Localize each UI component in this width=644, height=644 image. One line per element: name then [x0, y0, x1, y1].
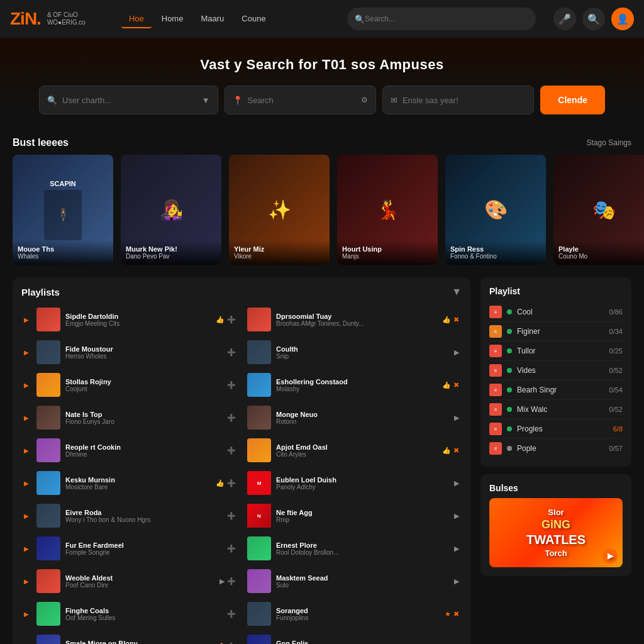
expand-icon: ▶ — [24, 480, 29, 487]
add-icon[interactable]: ➕ — [227, 316, 236, 324]
featured-card-1[interactable]: 👩‍🎤 Muurk New Pik! Dano Pevo Pav — [121, 155, 221, 265]
add-icon[interactable]: ➕ — [227, 348, 236, 357]
list-item[interactable]: ▶ Kesku Murnsin Mosictore Bare 👍 ➕ — [21, 469, 238, 497]
add-icon[interactable]: ➕ — [227, 414, 236, 422]
list-item[interactable]: Masktem Seead Sulo ▶ — [245, 567, 462, 596]
nav-link-hoe[interactable]: Hoe — [121, 10, 152, 28]
user-search-input[interactable] — [62, 96, 197, 105]
play-icon[interactable]: ▶ — [219, 577, 225, 586]
nav-link-maaru[interactable]: Maaru — [193, 10, 231, 28]
list-item[interactable]: ▶ Fur Ene Fardmeel Fomple Songrie ➕ — [21, 534, 238, 563]
banner-text-1: Slor — [548, 508, 564, 517]
list-item[interactable]: Dprsoomial Tuay Broohas AMgr Tonines, Du… — [245, 305, 462, 334]
rp-item-figiner[interactable]: ≡ Figiner 0/34 — [489, 322, 623, 341]
rp-item-mix[interactable]: ≡ Mix Walc 0/52 — [489, 400, 623, 419]
playlist-info: Stollas Rojiny Coojunt — [65, 378, 222, 392]
like-icon[interactable]: 👍 — [216, 479, 225, 487]
featured-action[interactable]: Stago Saings — [587, 138, 631, 147]
list-item[interactable]: Apjot Emd Oasl Cito Aryles 👍 ✖ — [245, 436, 462, 465]
playlist-thumb: N — [247, 504, 271, 528]
playlists-chevron[interactable]: ▼ — [452, 286, 462, 297]
featured-card-3[interactable]: 💃 Hourt Usinp Manjs — [337, 155, 438, 265]
playlist-meta: Oof Mering Sulles — [65, 614, 222, 621]
remove-icon[interactable]: ✖ — [453, 316, 459, 324]
profile-button[interactable]: 👤 — [611, 8, 634, 30]
remove-icon[interactable]: ✖ — [453, 447, 459, 455]
play-icon[interactable]: ▶ — [454, 479, 459, 487]
like-icon[interactable]: 👍 — [442, 316, 451, 324]
featured-card-0[interactable]: SCAPIN 🕴 Mouoe Ths Whales — [13, 155, 113, 265]
banner-image[interactable]: Slor GiNG TWATLES Torch ▶ — [489, 498, 623, 567]
play-icon[interactable]: ▶ — [454, 512, 459, 520]
list-item[interactable]: ▶ Eivre Roda Wony i Tho bon & Nuono Hgrs… — [21, 501, 238, 530]
list-item[interactable]: ▶ Sipdle Dartoldin Emgjo Meeling Cits 👍 … — [21, 305, 238, 334]
list-item[interactable]: ▶ Nate Is Top Fiono Eunys Jaro ➕ — [21, 403, 238, 432]
playlist-info: Eivre Roda Wony i Tho bon & Nuono Hgrs — [65, 509, 222, 523]
email-search-field[interactable]: ✉ — [382, 86, 534, 114]
settings-icon[interactable]: ⚙ — [361, 96, 368, 104]
list-item[interactable]: ▶ Weoble Aldest Poof Cano Dinr ▶ ➕ — [21, 567, 238, 596]
search-submit-button[interactable]: Clende — [540, 86, 605, 114]
playlist-name: Dprsoomial Tuay — [276, 313, 437, 320]
add-icon[interactable]: ➕ — [227, 381, 236, 389]
user-search-field[interactable]: 🔍 ▼ — [39, 86, 218, 114]
playlist-name: Finghe Coals — [65, 607, 222, 614]
navbar-search[interactable]: 🔍 — [347, 8, 536, 30]
featured-card-4[interactable]: 🎨 Spin Ress Fonno & Fontino — [445, 155, 546, 265]
rp-item-pople[interactable]: ≡ Pople 0/57 — [489, 439, 623, 458]
list-item[interactable]: N Ne ftie Agg Rmp ▶ — [245, 501, 462, 530]
list-item[interactable]: Eshollering Constaod Molashy 👍 ✖ — [245, 370, 462, 399]
play-icon[interactable]: ▶ — [454, 545, 459, 553]
remove-icon[interactable]: ✖ — [453, 610, 459, 618]
navbar-search-input[interactable] — [365, 14, 528, 23]
nav-link-coune[interactable]: Coune — [234, 10, 273, 28]
list-item[interactable]: ▶ Reople rt Cookin Dhmine ➕ — [21, 436, 238, 465]
email-search-input[interactable] — [402, 96, 526, 105]
dropdown-icon[interactable]: ▼ — [202, 96, 210, 105]
playlist-info: Fide Moustour Hernio Wholes — [65, 345, 222, 360]
list-item[interactable]: Ernest Plore Rool Dotoloy Brollon... ▶ — [245, 534, 462, 563]
rp-item-tullor[interactable]: ≡ Tullor 0/25 — [489, 341, 623, 361]
remove-icon[interactable]: ✖ — [453, 381, 459, 389]
location-search-field[interactable]: 📍 ⚙ — [225, 86, 376, 114]
play-icon[interactable]: ▶ — [454, 348, 459, 357]
list-item[interactable]: M Eublen Loel Duish Panoly Adlchy ▶ — [245, 469, 462, 497]
playlist-name: Smale Miore on Blony — [65, 640, 211, 645]
like-icon[interactable]: 👍 — [216, 316, 225, 324]
star-icon[interactable]: ★ — [445, 610, 451, 618]
add-icon[interactable]: ➕ — [227, 479, 236, 487]
play-icon[interactable]: ▶ — [454, 577, 459, 586]
like-icon[interactable]: 👍 — [442, 447, 451, 455]
playlist-info: Gon Enlis Noow & Polosst tho Lnje... — [276, 640, 449, 645]
rp-item-progles[interactable]: ≡ Progles 6/8 — [489, 419, 623, 439]
location-search-input[interactable] — [248, 96, 356, 105]
add-icon[interactable]: ➕ — [227, 512, 236, 520]
featured-card-5[interactable]: 🎭 Playle Couno Mo — [553, 155, 644, 265]
play-icon[interactable]: ▶ — [454, 414, 459, 422]
banner-play-icon[interactable]: ▶ — [602, 548, 618, 564]
add-icon[interactable]: ➕ — [227, 610, 236, 618]
list-item[interactable]: Coulth Snip ▶ — [245, 338, 462, 367]
nav-link-home[interactable]: Home — [154, 10, 191, 28]
rp-dot — [507, 387, 512, 392]
search-button[interactable]: 🔍 — [582, 8, 605, 30]
playlist-thumb — [36, 504, 60, 528]
list-item[interactable]: Gon Enlis Noow & Polosst tho Lnje... ▶ — [245, 632, 462, 644]
list-item[interactable]: ▶ Stollas Rojiny Coojunt ➕ — [21, 370, 238, 399]
add-icon[interactable]: ➕ — [227, 577, 236, 586]
add-icon[interactable]: ➕ — [227, 545, 236, 553]
mic-button[interactable]: 🎤 — [553, 8, 576, 30]
rp-item-bearh[interactable]: ≡ Bearh Singr 0/54 — [489, 380, 623, 400]
list-item[interactable]: Monge Neuo Rotonn ▶ — [245, 403, 462, 432]
playlist-thumb — [247, 406, 271, 430]
add-icon[interactable]: ➕ — [227, 447, 236, 455]
featured-card-2[interactable]: ✨ Yleur Miz Vikore — [229, 155, 330, 265]
list-item[interactable]: ▶ Finghe Coals Oof Mering Sulles ➕ — [21, 599, 238, 628]
playlist-name: Reople rt Cookin — [65, 443, 222, 451]
list-item[interactable]: ▶ Fide Moustour Hernio Wholes ➕ — [21, 338, 238, 367]
list-item[interactable]: ▶ Smale Miore on Blony Duofin 📌 ➕ — [21, 632, 238, 644]
like-icon[interactable]: 👍 — [442, 381, 451, 389]
rp-item-cool[interactable]: ≡ Cool 0/86 — [489, 303, 623, 322]
list-item[interactable]: Soranged Funnjoplins ★ ✖ — [245, 599, 462, 628]
rp-item-vides[interactable]: ≡ Vides 0/52 — [489, 361, 623, 380]
